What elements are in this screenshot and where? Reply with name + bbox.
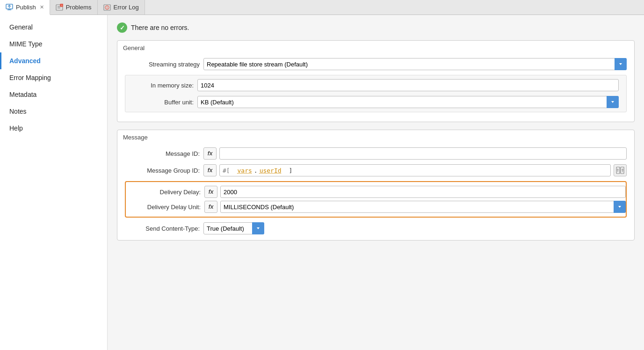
streaming-strategy-select[interactable]: Repeatable file store stream (Default) R… xyxy=(203,58,627,70)
delivery-delay-fx-button[interactable]: fx xyxy=(204,186,217,198)
status-message: There are no errors. xyxy=(131,24,189,31)
send-content-type-select-wrap: True (Default) False xyxy=(203,222,264,234)
error-log-icon xyxy=(103,4,111,11)
general-section-card: General Streaming strategy Repeatable fi… xyxy=(117,40,635,122)
expr-close-bracket: ] xyxy=(289,167,292,174)
delivery-delay-unit-control: fx MILLISECONDS (Default) SECONDS MINUTE… xyxy=(204,201,626,213)
expr-hash-bracket: #[ xyxy=(223,167,230,174)
expr-userid: userId xyxy=(260,167,282,174)
tab-error-log-label: Error Log xyxy=(114,4,139,11)
sidebar: General MIME Type Advanced Error Mapping… xyxy=(0,15,108,350)
sidebar-item-metadata[interactable]: Metadata xyxy=(0,86,107,103)
publish-icon xyxy=(6,3,13,11)
message-id-row: Message ID: fx xyxy=(125,147,627,160)
buffer-unit-select-wrap: KB (Default) MB GB xyxy=(197,96,619,108)
message-id-fx-button[interactable]: fx xyxy=(203,147,217,160)
send-content-type-control: True (Default) False xyxy=(203,222,627,234)
send-content-type-row: Send Content-Type: True (Default) False xyxy=(125,222,627,234)
sidebar-item-advanced[interactable]: Advanced xyxy=(0,52,107,69)
streaming-strategy-label: Streaming strategy xyxy=(125,61,200,68)
send-content-type-select[interactable]: True (Default) False xyxy=(203,222,264,234)
general-section-title: General xyxy=(117,41,634,54)
message-group-id-fx-button[interactable]: fx xyxy=(203,164,217,176)
content-area: ✓ There are no errors. General Streaming… xyxy=(108,15,644,350)
streaming-strategy-control: Repeatable file store stream (Default) R… xyxy=(203,58,627,70)
buffer-unit-select[interactable]: KB (Default) MB GB xyxy=(197,96,619,108)
delivery-delay-unit-fx-button[interactable]: fx xyxy=(204,201,217,213)
sidebar-item-error-mapping[interactable]: Error Mapping xyxy=(0,69,107,86)
send-content-type-label: Send Content-Type: xyxy=(125,225,200,232)
delivery-delay-unit-select-wrap: MILLISECONDS (Default) SECONDS MINUTES H… xyxy=(220,201,626,213)
message-section-card: Message Message ID: fx Message Group ID: xyxy=(117,130,635,241)
general-form-area: Streaming strategy Repeatable file store… xyxy=(117,54,634,122)
tab-publish-label: Publish xyxy=(16,4,36,11)
delivery-delay-unit-label: Delivery Delay Unit: xyxy=(126,204,201,211)
tab-close-publish[interactable]: ✕ xyxy=(40,4,44,10)
sidebar-item-mime-type[interactable]: MIME Type xyxy=(0,36,107,52)
tab-error-log[interactable]: Error Log xyxy=(98,0,145,15)
status-ok-icon: ✓ xyxy=(117,22,127,33)
delivery-delay-input[interactable] xyxy=(220,186,626,198)
sidebar-item-general[interactable]: General xyxy=(0,19,107,36)
buffer-unit-row: Buffer unit: KB (Default) MB GB xyxy=(133,96,619,108)
message-group-id-map-button[interactable] xyxy=(614,164,627,176)
buffer-unit-control: KB (Default) MB GB xyxy=(197,96,619,108)
delivery-delay-control: fx xyxy=(204,186,626,198)
delivery-delay-highlighted-section: Delivery Delay: fx Delivery Delay Unit: xyxy=(125,181,627,218)
message-id-label: Message ID: xyxy=(125,150,200,157)
sidebar-item-help[interactable]: Help xyxy=(0,120,107,137)
message-id-control: fx xyxy=(203,147,627,160)
delivery-delay-row: Delivery Delay: fx xyxy=(126,182,626,201)
tab-bar: Publish ✕ ! Problems Error Log xyxy=(0,0,644,15)
message-section-title: Message xyxy=(117,130,634,144)
tab-problems-label: Problems xyxy=(66,4,92,11)
tab-publish[interactable]: Publish ✕ xyxy=(0,0,50,15)
message-group-id-label: Message Group ID: xyxy=(125,167,200,174)
main-layout: General MIME Type Advanced Error Mapping… xyxy=(0,15,644,350)
expr-vars: vars xyxy=(237,167,252,174)
message-group-id-row: Message Group ID: fx #[ vars . userId xyxy=(125,164,627,176)
status-bar: ✓ There are no errors. xyxy=(117,22,635,33)
streaming-strategy-row: Streaming strategy Repeatable file store… xyxy=(125,58,627,70)
buffer-unit-label: Buffer unit: xyxy=(133,99,194,106)
message-group-id-expr-input[interactable]: #[ vars . userId ] xyxy=(219,164,611,176)
expr-space2 xyxy=(283,167,287,174)
delivery-delay-label: Delivery Delay: xyxy=(126,189,201,196)
in-memory-size-input[interactable] xyxy=(197,79,619,91)
sidebar-item-notes[interactable]: Notes xyxy=(0,103,107,120)
in-memory-size-label: In memory size: xyxy=(133,82,194,89)
expr-space xyxy=(232,167,236,174)
streaming-sub-form: In memory size: Buffer unit: KB (Default… xyxy=(125,75,627,112)
expr-dot: . xyxy=(254,167,258,174)
in-memory-size-row: In memory size: xyxy=(133,79,619,91)
delivery-delay-unit-select[interactable]: MILLISECONDS (Default) SECONDS MINUTES H… xyxy=(220,201,626,213)
streaming-strategy-select-wrap: Repeatable file store stream (Default) R… xyxy=(203,58,627,70)
delivery-delay-unit-row: Delivery Delay Unit: fx MILLISECONDS (De… xyxy=(126,201,626,217)
message-group-id-control: fx #[ vars . userId ] xyxy=(203,164,627,176)
problems-icon: ! xyxy=(56,4,63,11)
message-id-input[interactable] xyxy=(219,147,627,160)
in-memory-size-control xyxy=(197,79,619,91)
message-form-area: Message ID: fx Message Group ID: fx xyxy=(117,144,634,240)
svg-point-12 xyxy=(107,8,108,9)
tab-problems[interactable]: ! Problems xyxy=(50,0,98,15)
